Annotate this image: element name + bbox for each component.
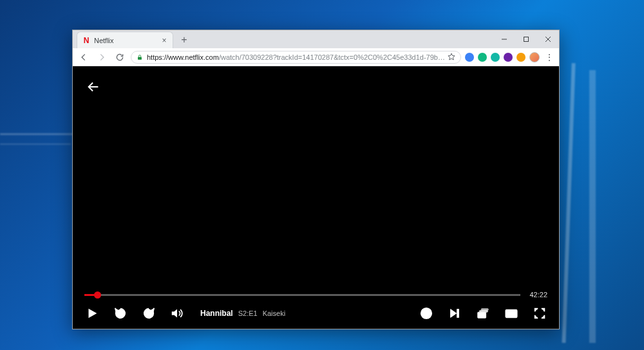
new-tab-button[interactable]: + xyxy=(177,33,191,47)
window-controls xyxy=(493,30,559,48)
bookmark-star-icon[interactable] xyxy=(448,53,455,62)
help-button[interactable] xyxy=(419,306,434,321)
wallpaper-decoration xyxy=(0,143,71,145)
skip-back-10-button[interactable]: 10 xyxy=(113,306,128,321)
profile-avatar[interactable] xyxy=(529,52,540,62)
fullscreen-button[interactable] xyxy=(532,306,547,321)
svg-rect-1 xyxy=(524,37,529,42)
subtitles-button[interactable] xyxy=(504,306,519,321)
episode-name: Kaiseki xyxy=(263,309,285,317)
svg-rect-4 xyxy=(138,57,142,59)
volume-button[interactable] xyxy=(169,306,185,321)
svg-point-12 xyxy=(426,316,426,317)
play-button[interactable] xyxy=(84,306,100,321)
svg-marker-10 xyxy=(172,309,177,318)
player-back-button[interactable] xyxy=(84,78,102,96)
window-maximize-button[interactable] xyxy=(515,30,537,48)
buttons-row: 10 10 xyxy=(84,306,547,321)
url-path: /watch/70309228?trackId=14170287&tctx=0%… xyxy=(219,53,445,61)
window-close-button[interactable] xyxy=(537,30,559,48)
progress-bar[interactable] xyxy=(84,290,520,299)
extension-icon[interactable] xyxy=(478,53,487,62)
address-bar[interactable]: https://www.netflix.com/watch/70309228?t… xyxy=(131,51,461,64)
extensions-tray: ⋮ xyxy=(465,52,555,62)
extension-icon[interactable] xyxy=(516,53,526,62)
svg-text:10: 10 xyxy=(118,311,123,316)
chrome-menu-button[interactable]: ⋮ xyxy=(544,52,555,62)
tab-strip: N Netflix × + xyxy=(73,30,559,48)
progress-thumb[interactable] xyxy=(94,291,101,299)
tab-close-button[interactable]: × xyxy=(160,36,169,45)
nav-back-button[interactable] xyxy=(77,50,91,64)
svg-rect-15 xyxy=(478,312,486,318)
url-host: https://www.netflix.com xyxy=(147,53,219,61)
tab-title: Netflix xyxy=(94,37,114,44)
netflix-favicon: N xyxy=(82,37,90,44)
chrome-window: N Netflix × + https://www.netflix.com/wa… xyxy=(72,30,560,329)
wallpaper-decoration xyxy=(562,63,575,343)
svg-rect-17 xyxy=(481,309,488,311)
tab-netflix[interactable]: N Netflix × xyxy=(77,32,173,48)
show-name: Hannibal xyxy=(200,309,233,318)
nav-forward-button[interactable] xyxy=(95,50,109,64)
wallpaper-decoration xyxy=(0,133,77,135)
season-episode: S2:E1 xyxy=(238,309,258,317)
svg-marker-5 xyxy=(448,53,455,60)
now-playing-title: Hannibal S2:E1 Kaiseki xyxy=(200,309,285,318)
netflix-player[interactable]: 42:22 10 10 xyxy=(73,66,559,329)
svg-rect-14 xyxy=(457,309,459,318)
windows-desktop: N Netflix × + https://www.netflix.com/wa… xyxy=(0,0,644,350)
next-episode-button[interactable] xyxy=(447,306,462,321)
skip-forward-10-button[interactable]: 10 xyxy=(141,306,156,321)
lock-icon xyxy=(137,54,143,60)
progress-row: 42:22 xyxy=(84,290,547,299)
svg-rect-18 xyxy=(506,310,516,318)
svg-marker-13 xyxy=(451,309,457,318)
wallpaper-decoration xyxy=(589,70,596,343)
time-remaining: 42:22 xyxy=(529,291,547,299)
toolbar: https://www.netflix.com/watch/70309228?t… xyxy=(73,48,559,66)
player-controls: 42:22 10 10 xyxy=(73,290,559,329)
extension-icon[interactable] xyxy=(465,53,474,62)
extension-icon[interactable] xyxy=(491,53,500,62)
svg-marker-7 xyxy=(89,309,97,318)
episodes-button[interactable] xyxy=(475,306,491,321)
extension-icon[interactable] xyxy=(504,53,513,62)
svg-text:10: 10 xyxy=(146,311,151,316)
progress-track xyxy=(84,294,520,296)
window-minimize-button[interactable] xyxy=(493,30,515,48)
nav-reload-button[interactable] xyxy=(113,50,127,64)
